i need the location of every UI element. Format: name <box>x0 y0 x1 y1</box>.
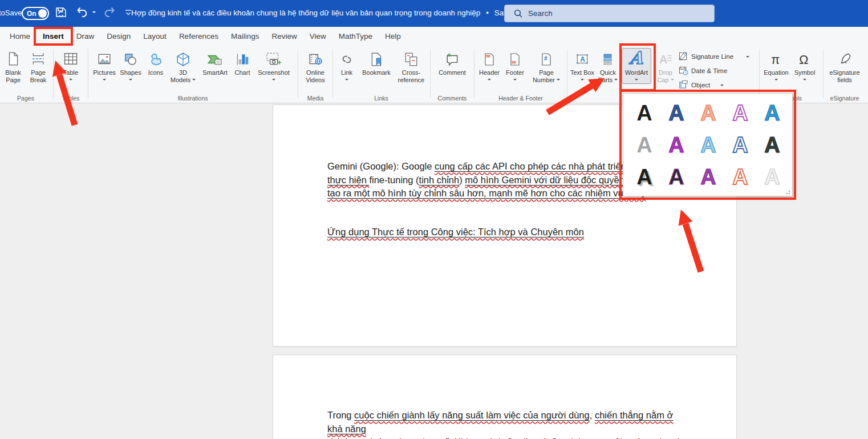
footer-button[interactable]: Footer <box>503 49 527 82</box>
icons-button[interactable]: Icons <box>144 49 167 76</box>
group-links: Link Bookmark Cross-reference Links <box>334 46 428 103</box>
signature-line-dropdown-chevron[interactable] <box>746 56 749 59</box>
footer-icon <box>508 49 522 67</box>
autosave-toggle-state: On <box>27 10 36 18</box>
header-button[interactable]: Header <box>477 49 502 82</box>
wordart-style-3[interactable]: A <box>692 97 724 129</box>
smartart-button[interactable]: SmartArt <box>199 49 231 76</box>
cross-reference-button[interactable]: Cross-reference <box>395 49 428 84</box>
shapes-button[interactable]: Shapes <box>118 49 143 82</box>
equation-button[interactable]: π Equation <box>762 49 790 82</box>
online-videos-button[interactable]: Online Videos <box>302 49 328 84</box>
chart-icon <box>235 49 250 67</box>
svg-text:Ω: Ω <box>799 53 808 67</box>
comment-icon <box>444 49 460 67</box>
save-icon[interactable] <box>55 6 67 18</box>
drop-cap-button[interactable]: A Drop Cap <box>654 49 677 84</box>
page-number-button[interactable]: # Page Number <box>529 49 563 84</box>
chart-button[interactable]: Chart <box>232 49 253 76</box>
equation-icon: π <box>769 49 784 67</box>
tab-view[interactable]: View <box>303 27 332 46</box>
wordart-dropdown-chevron[interactable] <box>635 79 638 82</box>
redo-button[interactable] <box>104 6 116 18</box>
paragraph-copilot-gemini: Trong cuộc chiến giành lấy năng suất làm… <box>327 409 688 439</box>
wordart-style-13[interactable]: A <box>692 161 724 193</box>
icons-icon <box>148 49 164 67</box>
autosave-toggle[interactable]: On <box>22 7 49 20</box>
group-esignature: eSignature fields eSignature <box>825 46 865 103</box>
text-group-stack: Signature Line Date & Time Object <box>679 49 749 92</box>
object-dropdown-chevron[interactable] <box>720 84 724 88</box>
link-dropdown-chevron[interactable] <box>345 79 348 82</box>
date-time-button[interactable]: Date & Time <box>679 63 749 78</box>
tab-draw[interactable]: Draw <box>70 27 101 46</box>
wordart-button[interactable]: A WordArt <box>622 48 651 84</box>
text-box-button[interactable]: A Text Box <box>570 49 595 84</box>
tab-design[interactable]: Design <box>100 27 137 46</box>
symbol-button[interactable]: Ω Symbol <box>792 49 818 82</box>
title-separator: • <box>486 9 489 17</box>
group-media: Online Videos Media <box>299 46 331 103</box>
tab-layout[interactable]: Layout <box>137 27 173 46</box>
pictures-dropdown-chevron[interactable] <box>103 79 106 82</box>
quick-parts-dropdown-chevron[interactable] <box>614 79 618 82</box>
shapes-dropdown-chevron[interactable] <box>129 79 132 82</box>
undo-dropdown-chevron[interactable] <box>92 11 96 15</box>
wordart-style-7[interactable]: A <box>660 129 692 161</box>
esignature-fields-button[interactable]: eSignature fields <box>826 49 863 84</box>
tab-mailings[interactable]: Mailings <box>225 27 266 46</box>
quick-parts-button[interactable]: Quick Parts <box>596 49 620 84</box>
wordart-style-15[interactable]: A <box>756 161 788 193</box>
cross-reference-icon <box>403 49 419 67</box>
drop-cap-icon: A <box>658 49 674 67</box>
header-dropdown-chevron[interactable] <box>488 79 491 82</box>
bookmark-button[interactable]: Bookmark <box>359 49 394 76</box>
drop-cap-dropdown-chevron[interactable] <box>671 79 674 82</box>
link-button[interactable]: Link <box>335 49 358 82</box>
text-box-dropdown-chevron[interactable] <box>581 79 584 82</box>
table-dropdown-chevron[interactable] <box>69 79 72 82</box>
signature-line-button[interactable]: Signature Line <box>679 49 749 63</box>
esignature-icon <box>837 49 853 67</box>
screenshot-dropdown-chevron[interactable] <box>272 79 275 82</box>
comment-button[interactable]: Comment <box>435 49 469 76</box>
footer-dropdown-chevron[interactable] <box>513 79 517 82</box>
wordart-style-12[interactable]: A <box>660 161 692 193</box>
page-break-button[interactable]: Page Break <box>26 49 50 84</box>
screenshot-button[interactable]: Screenshot <box>255 49 293 82</box>
tab-references[interactable]: References <box>173 27 225 46</box>
3d-models-button[interactable]: 3D Models <box>168 49 198 84</box>
wordart-style-11[interactable]: A <box>628 161 660 193</box>
document-page-2[interactable]: Trong cuộc chiến giành lấy năng suất làm… <box>273 355 737 439</box>
popup-resize-grip[interactable] <box>784 190 790 194</box>
pictures-icon <box>96 49 112 67</box>
wordart-style-9[interactable]: A <box>724 129 756 161</box>
wordart-style-6[interactable]: A <box>628 129 660 161</box>
undo-button[interactable] <box>75 6 96 18</box>
tab-mathtype[interactable]: MathType <box>332 27 379 46</box>
equation-dropdown-chevron[interactable] <box>774 79 778 82</box>
group-tables: Table Tables <box>55 46 87 103</box>
object-button[interactable]: Object <box>679 78 749 92</box>
page-number-icon: # <box>540 49 553 67</box>
wordart-style-8[interactable]: A <box>692 129 724 161</box>
wordart-style-1[interactable]: A <box>628 97 660 129</box>
wordart-style-5[interactable]: A <box>756 97 788 129</box>
tab-help[interactable]: Help <box>379 27 407 46</box>
3d-models-dropdown-chevron[interactable] <box>192 79 196 82</box>
table-button[interactable]: Table <box>59 49 83 82</box>
wordart-style-2[interactable]: A <box>660 97 692 129</box>
tab-home[interactable]: Home <box>3 27 36 46</box>
tab-review[interactable]: Review <box>265 27 303 46</box>
pictures-button[interactable]: Pictures <box>91 49 117 82</box>
wordart-style-4[interactable]: A <box>724 97 756 129</box>
wordart-style-10[interactable]: A <box>756 129 788 161</box>
search-input[interactable]: Search <box>504 5 715 22</box>
blank-page-button[interactable]: Blank Page <box>1 49 25 84</box>
document-title[interactable]: Hợp đồng kinh tế và các điều khoản chung… <box>131 9 534 17</box>
symbol-dropdown-chevron[interactable] <box>803 79 806 82</box>
wordart-style-14[interactable]: A <box>724 161 756 193</box>
page-break-icon <box>31 49 46 67</box>
tab-insert[interactable]: Insert <box>36 27 70 46</box>
page-number-dropdown-chevron[interactable] <box>557 79 560 82</box>
